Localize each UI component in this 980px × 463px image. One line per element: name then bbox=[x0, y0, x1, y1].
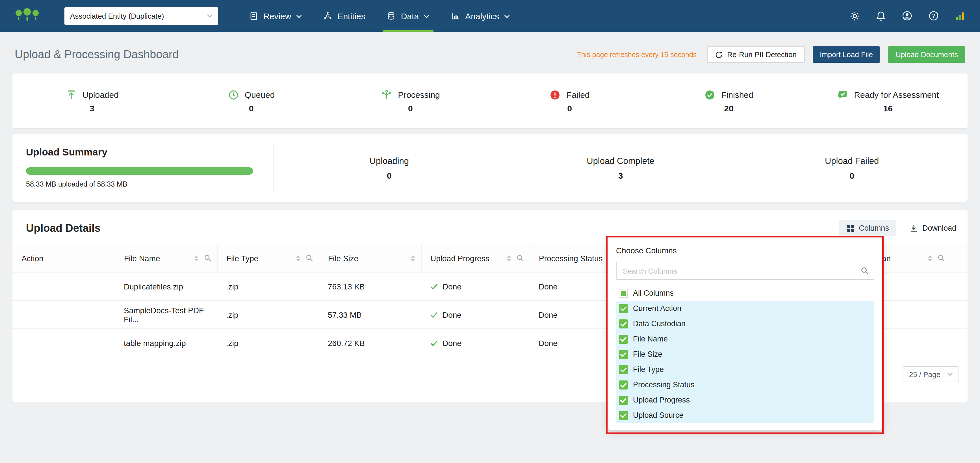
stat-upload-complete: Upload Complete 3 bbox=[505, 156, 737, 180]
notifications-button[interactable] bbox=[875, 10, 886, 21]
stat-uploaded: Uploaded 3 bbox=[13, 89, 172, 113]
stat-label: Uploaded bbox=[82, 90, 118, 100]
col-label: Processing Status bbox=[539, 253, 603, 263]
stat-label: Failed bbox=[566, 90, 590, 100]
col-label: Upload Progress bbox=[430, 253, 490, 263]
option-label: File Type bbox=[633, 365, 664, 374]
settings-button[interactable] bbox=[850, 10, 860, 21]
page-header: Upload & Processing Dashboard This page … bbox=[0, 32, 980, 73]
cell-action bbox=[13, 272, 115, 301]
help-button[interactable]: ? bbox=[928, 10, 939, 21]
stat-failed: Failed 0 bbox=[490, 89, 649, 113]
option-current-action[interactable]: Current Action bbox=[616, 301, 874, 316]
checkbox-checked[interactable] bbox=[619, 395, 628, 404]
column-search-icon[interactable] bbox=[305, 255, 313, 262]
stat-value: 20 bbox=[724, 103, 733, 113]
stat-value: 3 bbox=[505, 170, 737, 180]
nav-item-entities[interactable]: Entities bbox=[313, 0, 376, 32]
option-upload-progress[interactable]: Upload Progress bbox=[616, 392, 874, 407]
page-size-select[interactable]: 25 / Page bbox=[903, 366, 959, 382]
cell-file-size: 260.72 KB bbox=[319, 329, 421, 357]
database-icon bbox=[387, 11, 396, 20]
import-load-file-button[interactable]: Import Load File bbox=[813, 46, 880, 63]
stat-upload-failed: Upload Failed 0 bbox=[736, 156, 967, 180]
sort-icon[interactable] bbox=[410, 255, 415, 261]
bar-chart-icon bbox=[955, 10, 965, 21]
column-search-icon[interactable] bbox=[938, 255, 945, 262]
status-chart-button[interactable] bbox=[955, 10, 965, 21]
cell-action bbox=[13, 301, 115, 329]
nav-item-analytics[interactable]: Analytics bbox=[440, 0, 520, 32]
nav-label: Entities bbox=[337, 11, 365, 21]
option-processing-status[interactable]: Processing Status bbox=[616, 377, 874, 392]
nav-item-data[interactable]: Data bbox=[376, 0, 440, 32]
option-label: Current Action bbox=[633, 304, 681, 313]
rerun-pii-button[interactable]: Re-Run PII Detection bbox=[707, 46, 805, 63]
import-load-file-label: Import Load File bbox=[820, 50, 873, 59]
column-search-icon[interactable] bbox=[516, 255, 523, 262]
entities-icon bbox=[323, 11, 332, 20]
account-button[interactable] bbox=[902, 10, 913, 21]
checkbox-checked[interactable] bbox=[619, 380, 628, 389]
cell-file-type: .zip bbox=[217, 329, 319, 357]
upload-documents-button[interactable]: Upload Documents bbox=[888, 46, 965, 63]
stat-label: Upload Complete bbox=[505, 156, 737, 166]
search-icon[interactable] bbox=[861, 267, 869, 275]
checkbox-checked[interactable] bbox=[619, 319, 628, 328]
app-logo-icon bbox=[15, 7, 40, 24]
check-icon bbox=[430, 311, 438, 318]
checkbox-indeterminate[interactable] bbox=[619, 289, 628, 298]
upload-summary-title: Upload Summary bbox=[26, 146, 273, 158]
stat-queued: Queued 0 bbox=[172, 89, 331, 113]
sort-icon[interactable] bbox=[194, 255, 199, 261]
col-header-file-type[interactable]: File Type bbox=[217, 244, 319, 272]
option-all-columns[interactable]: All Columns bbox=[616, 285, 874, 301]
col-header-upload-progress[interactable]: Upload Progress bbox=[421, 244, 530, 272]
chevron-down-icon bbox=[504, 15, 510, 18]
cell-file-type: .zip bbox=[217, 301, 319, 329]
upload-summary-card: Upload Summary 58.33 MB uploaded of 58.3… bbox=[13, 134, 967, 202]
checkbox-checked[interactable] bbox=[619, 350, 628, 359]
col-header-file-name[interactable]: File Name bbox=[115, 244, 217, 272]
col-label: File Size bbox=[328, 253, 358, 263]
checkbox-checked[interactable] bbox=[619, 411, 628, 420]
upload-documents-label: Upload Documents bbox=[896, 50, 958, 59]
checkbox-checked[interactable] bbox=[619, 304, 628, 313]
sort-icon[interactable] bbox=[295, 255, 301, 261]
sort-icon[interactable] bbox=[928, 255, 932, 261]
column-search-icon[interactable] bbox=[204, 255, 211, 262]
option-upload-source[interactable]: Upload Source bbox=[616, 407, 874, 423]
download-icon bbox=[910, 224, 918, 232]
review-icon bbox=[249, 11, 258, 20]
stat-value: 3 bbox=[89, 103, 94, 113]
checkbox-checked[interactable] bbox=[619, 334, 628, 344]
stat-label: Uploading bbox=[274, 156, 505, 166]
page-title: Upload & Processing Dashboard bbox=[15, 48, 178, 61]
app: Associated Entity (Duplicate) Review bbox=[0, 0, 980, 463]
user-icon bbox=[902, 10, 913, 21]
cell-file-size: 57.33 MB bbox=[319, 301, 421, 329]
nav-item-review[interactable]: Review bbox=[239, 0, 313, 32]
stat-label: Ready for Assessment bbox=[854, 90, 939, 100]
option-data-custodian[interactable]: Data Custodian bbox=[616, 316, 874, 331]
stat-uploading: Uploading 0 bbox=[274, 156, 505, 180]
checkbox-checked[interactable] bbox=[619, 365, 628, 374]
check-circle-icon bbox=[704, 89, 716, 100]
col-header-file-size[interactable]: File Size bbox=[319, 244, 421, 272]
error-icon bbox=[550, 89, 561, 100]
columns-button[interactable]: Columns bbox=[839, 220, 896, 236]
download-button[interactable]: Download bbox=[908, 220, 959, 236]
option-file-name[interactable]: File Name bbox=[616, 331, 874, 347]
chevron-down-icon bbox=[947, 372, 953, 376]
option-file-type[interactable]: File Type bbox=[616, 362, 874, 377]
search-columns-input[interactable] bbox=[616, 262, 874, 280]
progress-label: Done bbox=[442, 282, 461, 291]
nav-label: Review bbox=[263, 11, 291, 21]
sort-icon[interactable] bbox=[506, 255, 511, 261]
stat-label: Queued bbox=[245, 90, 275, 100]
entity-selector[interactable]: Associated Entity (Duplicate) bbox=[64, 7, 218, 25]
option-label: Data Custodian bbox=[633, 320, 686, 328]
option-file-size[interactable]: File Size bbox=[616, 347, 874, 362]
stat-value: 0 bbox=[567, 103, 572, 113]
page-header-actions: This page refreshes every 15 seconds Re-… bbox=[577, 46, 965, 63]
